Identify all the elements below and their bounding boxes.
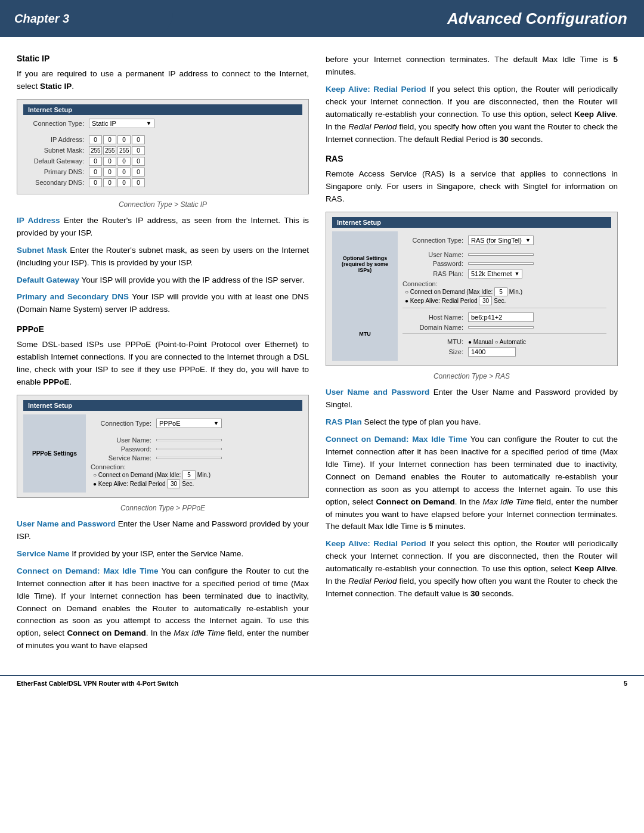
pppoe-pass-field[interactable]	[156, 448, 222, 450]
ras-opt-settings-label: Optional Settings(required by some ISPs)	[335, 255, 395, 273]
pd-f1[interactable]: 0	[89, 168, 102, 176]
pppoe-ct-select[interactable]: PPPoE▼	[156, 419, 222, 428]
static-ip-heading: Static IP	[17, 54, 309, 63]
gw-f4[interactable]: 0	[132, 157, 145, 166]
pd-f3[interactable]: 0	[117, 168, 131, 176]
ras-ct-select[interactable]: RAS (for SingTel)▼	[468, 236, 534, 245]
ras-titlebar: Internet Setup	[332, 217, 611, 228]
ras-pass-label: Password:	[402, 260, 468, 267]
pd-f4[interactable]: 0	[132, 168, 145, 176]
ras-plan-term: RAS Plan	[326, 417, 362, 426]
sd-f2[interactable]: 0	[103, 178, 116, 187]
sd-f1[interactable]: 0	[89, 178, 102, 187]
ras-mtu-label: MTU	[359, 331, 371, 337]
sn-f4[interactable]: 0	[132, 146, 145, 155]
page-header: Chapter 3 Advanced Configuration	[0, 0, 644, 37]
ras-min-label: Min.)	[509, 289, 522, 295]
ip-f2[interactable]: 0	[103, 135, 116, 144]
ras-user-field[interactable]	[468, 253, 534, 256]
pppoe-left-panel: PPPoE Settings	[23, 414, 86, 493]
pppoe-intro: Some DSL-based ISPs use PPPoE (Point-to-…	[17, 339, 309, 389]
ras-ka-label: Keep Alive: Redial Period	[410, 298, 478, 304]
pppoe-service-label: Service Name:	[91, 454, 156, 462]
gw-f2[interactable]: 0	[103, 157, 116, 166]
user-name-password-ras: User Name and Password Enter the User Na…	[326, 386, 618, 411]
pppoe-cod-label: Connect on Demand (Max Idle:	[98, 472, 181, 478]
pppoe-service-field[interactable]	[156, 457, 222, 459]
sn-f3[interactable]: 255	[117, 146, 131, 155]
ras-cod-option: ○ Connect on Demand (Max Idle: 5 Min.)	[405, 287, 522, 296]
ip-address-term: IP Address	[17, 216, 60, 225]
pppoe-right-panel: Connection Type: PPPoE▼ User Name: Passw…	[86, 414, 302, 493]
ras-host-label: Host Name:	[402, 314, 468, 321]
sd-f4[interactable]: 0	[132, 178, 145, 187]
ras-sec-label: Sec.	[494, 298, 506, 304]
chapter-label: Chapter 3	[14, 12, 69, 26]
ras-size-label: Size:	[402, 348, 468, 355]
title-area: Advanced Configuration	[155, 0, 644, 37]
sdns-label: Secondary DNS:	[23, 179, 89, 186]
ras-mtu-label2: MTU:	[402, 338, 468, 345]
subnet-label: Subnet Mask:	[23, 147, 89, 154]
pppoe-conn-options: ○ Connect on Demand (Max Idle: 5 Min.) ●…	[91, 470, 210, 488]
service-name-term: Service Name	[17, 549, 70, 558]
ras-left-panel: Optional Settings(required by some ISPs)…	[332, 231, 398, 361]
ip-f3[interactable]: 0	[117, 135, 131, 144]
page-footer: EtherFast Cable/DSL VPN Router with 4-Po…	[0, 675, 644, 690]
ras-divider1	[402, 308, 606, 310]
ras-user-row: User Name:	[402, 251, 606, 258]
pppoe-titlebar: Internet Setup	[23, 400, 302, 411]
chapter-block: Chapter 3	[0, 0, 155, 37]
ras-plan-para: RAS Plan Select the type of plan you hav…	[326, 416, 618, 429]
ras-pass-row: Password:	[402, 260, 606, 267]
gw-f3[interactable]: 0	[117, 157, 131, 166]
ras-ka-option: ● Keep Alive: Redial Period 30 Sec.	[405, 296, 522, 305]
ip-f1[interactable]: 0	[89, 135, 102, 144]
sn-f1[interactable]: 255	[89, 146, 102, 155]
ras-domain-field[interactable]	[468, 326, 534, 329]
pd-f2[interactable]: 0	[103, 168, 116, 176]
static-ip-titlebar: Internet Setup	[23, 104, 302, 115]
pppoe-user-row: User Name:	[91, 436, 298, 444]
page-title: Advanced Configuration	[447, 10, 627, 28]
secondary-dns-row: Secondary DNS: 0 0 0 0	[23, 178, 302, 187]
ras-conn-row: Connection: ○ Connect on Demand (Max Idl…	[402, 280, 606, 305]
sd-f3[interactable]: 0	[117, 178, 131, 187]
ras-domain-row: Domain Name:	[402, 324, 606, 331]
gw-f1[interactable]: 0	[89, 157, 102, 166]
sdns-fields: 0 0 0 0	[89, 178, 145, 187]
ras-host-field[interactable]: be6:p41+2	[468, 312, 534, 322]
ras-conn-type-row: Connection Type: RAS (for SingTel)▼	[402, 236, 606, 245]
ka-ras-term: Keep Alive: Redial Period	[326, 539, 426, 548]
sn-f2[interactable]: 255	[103, 146, 116, 155]
pppoe-user-field[interactable]	[156, 439, 222, 441]
ras-host-row: Host Name: be6:p41+2	[402, 312, 606, 322]
primary-secondary-dns-para: Primary and Secondary DNS Your ISP will …	[17, 291, 309, 316]
ip-f4[interactable]: 0	[132, 135, 145, 144]
service-name-para: Service Name If provided by your ISP, en…	[17, 548, 309, 561]
ras-pass-field[interactable]	[468, 262, 534, 265]
static-ip-intro: If you are required to use a permanent I…	[17, 68, 309, 93]
pppoe-caption: Connection Type > PPPoE	[17, 504, 309, 512]
conn-type-select[interactable]: Static IP▼	[89, 119, 154, 128]
gateway-fields: 0 0 0 0	[89, 157, 145, 166]
pppoe-sec-label: Sec.	[182, 481, 194, 487]
subnet-mask-term: Subnet Mask	[17, 246, 67, 255]
pppoe-service-row: Service Name:	[91, 454, 298, 462]
cod-ras-term: Connect on Demand: Max Idle Time	[326, 435, 467, 444]
ras-size-field[interactable]: 1400	[468, 347, 516, 357]
ras-plan-row: RAS Plan: 512k Ethernet▼	[402, 269, 606, 278]
ras-plan-select[interactable]: 512k Ethernet▼	[468, 269, 522, 278]
page-content: Static IP If you are required to use a p…	[0, 37, 644, 669]
ras-ct-label: Connection Type:	[402, 237, 468, 244]
cod-pppoe-term: Connect on Demand: Max Idle Time	[17, 566, 158, 575]
pppoe-pass-label: Password:	[91, 445, 156, 453]
pdns-fields: 0 0 0 0	[89, 168, 145, 176]
conn-type-row: Connection Type: Static IP▼	[23, 119, 302, 128]
pppoe-conn-label: Connection:	[91, 463, 131, 470]
pppoe-screenshot: Internet Setup PPPoE Settings Connection…	[17, 395, 309, 498]
ras-screenshot-inner: Optional Settings(required by some ISPs)…	[332, 231, 611, 361]
pppoe-ka-option: ● Keep Alive: Redial Period 30 Sec.	[93, 479, 210, 488]
default-gateway-term: Default Gateway	[17, 275, 79, 284]
ras-domain-label: Domain Name:	[402, 324, 468, 331]
